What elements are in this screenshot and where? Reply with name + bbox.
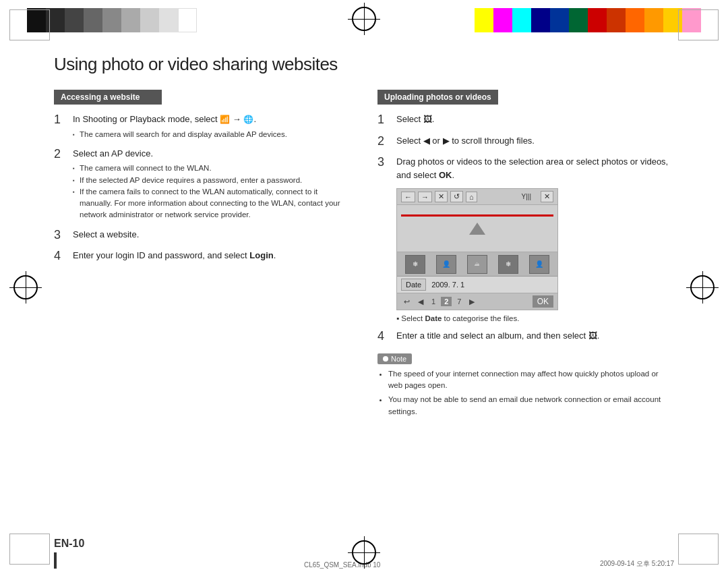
bottom-border-right — [678, 534, 719, 565]
right-step-3-num: 3 — [377, 155, 391, 181]
right-step-1-text: Select 🖼. — [396, 113, 674, 126]
step-2-bullet-3: If the camera fails to connect to the WL… — [73, 186, 351, 221]
ok-button[interactable]: OK — [533, 295, 553, 308]
camera-note: ▪ Select Date to categorise the files. — [396, 314, 674, 322]
color-bar-top — [0, 0, 728, 40]
right-step-1-num: 1 — [377, 113, 391, 127]
columns: Accessing a website 1 In Shooting or Pla… — [54, 90, 674, 420]
camera-ui: ← → ✕ ↺ ⌂ Y||| ✕ — [396, 188, 558, 310]
right-step-4-text: Enter a title and select an album, and t… — [396, 329, 674, 343]
date-button[interactable]: Date — [401, 279, 426, 291]
nav-7[interactable]: 7 — [454, 297, 464, 306]
step-1-num: 1 — [54, 113, 67, 140]
right-step-3: 3 Drag photos or videos to the selection… — [377, 155, 674, 181]
right-step-4: 4 Enter a title and select an album, and… — [377, 329, 674, 344]
page-number: EN-10 — [54, 538, 84, 550]
cam-x-btn[interactable]: ✕ — [541, 191, 553, 202]
step-1-text: In Shooting or Playback mode, select 📶 →… — [73, 113, 351, 126]
nav-back-btn[interactable]: ↩ — [401, 297, 413, 307]
cam-up-arrow — [469, 223, 485, 235]
note-list: The speed of your internet connection ma… — [377, 368, 674, 418]
cam-close-btn[interactable]: ✕ — [435, 191, 448, 202]
step-2-num: 2 — [54, 147, 67, 221]
upload-icon: 🖼 — [423, 114, 432, 124]
camera-date-row: Date 2009. 7. 1 — [397, 277, 557, 293]
nav-2-active[interactable]: 2 — [441, 297, 452, 306]
right-step-3-text: Drag photos or videos to the selection a… — [396, 155, 674, 181]
registration-mark-left — [13, 275, 38, 299]
step-3-text: Select a website. — [73, 228, 351, 241]
nav-right-btn[interactable]: ▶ — [466, 297, 477, 307]
step-2-bullet-1: The camera will connect to the WLAN. — [73, 163, 351, 174]
camera-ui-wrapper: ← → ✕ ↺ ⌂ Y||| ✕ — [396, 188, 674, 322]
camera-display — [397, 205, 557, 252]
right-step-3-content: Drag photos or videos to the selection a… — [396, 155, 674, 181]
top-border-left — [9, 9, 50, 40]
note-item-2: You may not be able to send an email due… — [388, 394, 674, 418]
camera-toolbar: ← → ✕ ↺ ⌂ Y||| ✕ — [397, 189, 557, 205]
left-section-header: Accessing a website — [54, 90, 162, 105]
thumb-5: 👤 — [529, 255, 549, 274]
step-1-bullet-1: The camera will search for and display a… — [73, 129, 351, 140]
cam-refresh-btn[interactable]: ↺ — [450, 191, 463, 202]
upload-icon-2: 🖼 — [588, 331, 597, 341]
nav-1[interactable]: 1 — [429, 297, 438, 306]
note-label: Note — [391, 355, 406, 363]
globe-icon: 🌐 — [243, 115, 253, 124]
note-dot-icon — [383, 356, 388, 362]
date-bold: Date — [425, 314, 442, 322]
right-step-1-content: Select 🖼. — [396, 113, 674, 127]
step-2-bullet-2: If the selected AP device requires a pas… — [73, 175, 351, 186]
page-marker-area: EN-10 — [54, 538, 84, 569]
col-left: Accessing a website 1 In Shooting or Pla… — [54, 90, 351, 420]
step-4-text: Enter your login ID and password, and se… — [73, 249, 351, 262]
date-info: 2009-09-14 오후 5:20:17 — [600, 559, 674, 569]
thumb-1: ❄ — [405, 255, 425, 274]
cam-signal: Y||| — [522, 193, 531, 200]
color-strip-right — [475, 8, 701, 32]
camera-nav-row: ↩ ◀ 1 2 7 ▶ OK — [397, 293, 557, 310]
page-bar — [54, 552, 57, 569]
bottom-border-left — [9, 534, 50, 565]
wifi-icon: 📶 — [220, 115, 230, 124]
step-3: 3 Select a website. — [54, 228, 351, 243]
step-4-num: 4 — [54, 249, 67, 264]
right-step-4-content: Enter a title and select an album, and t… — [396, 329, 674, 344]
step-4: 4 Enter your login ID and password, and … — [54, 249, 351, 264]
step-2-text: Select an AP device. — [73, 147, 351, 161]
ok-bold: OK — [439, 170, 452, 180]
thumb-4: ❄ — [498, 255, 518, 274]
login-bold: Login — [249, 250, 273, 260]
note-section: Note The speed of your internet connecti… — [377, 353, 674, 418]
right-step-2-text: Select ◀ or ▶ to scroll through files. — [396, 134, 674, 148]
thumb-2: 👤 — [436, 255, 456, 274]
step-3-num: 3 — [54, 228, 67, 243]
camera-thumbnails: ❄ 👤 ⛰ ❄ 👤 — [397, 252, 557, 277]
right-step-4-num: 4 — [377, 329, 391, 344]
registration-mark-bottom — [352, 540, 376, 565]
step-1-bullets: The camera will search for and display a… — [73, 129, 351, 140]
step-2-bullets: The camera will connect to the WLAN. If … — [73, 163, 351, 221]
right-section-header: Uploading photos or videos — [377, 90, 498, 105]
cam-back-btn[interactable]: ← — [401, 192, 415, 202]
step-1: 1 In Shooting or Playback mode, select 📶… — [54, 113, 351, 140]
step-2-content: Select an AP device. The camera will con… — [73, 147, 351, 221]
right-step-1: 1 Select 🖼. — [377, 113, 674, 127]
col-right: Uploading photos or videos 1 Select 🖼. 2… — [377, 90, 674, 420]
color-strip-left — [27, 8, 197, 32]
note-header: Note — [377, 353, 412, 364]
step-3-content: Select a website. — [73, 228, 351, 243]
cam-red-bar — [401, 214, 553, 217]
page-title: Using photo or video sharing websites — [54, 54, 674, 75]
nav-left-btn[interactable]: ◀ — [415, 297, 426, 307]
registration-mark-right — [690, 275, 715, 299]
registration-mark-top — [352, 7, 376, 31]
cam-home-btn[interactable]: ⌂ — [466, 192, 477, 202]
thumb-3: ⛰ — [467, 255, 487, 274]
right-step-2-num: 2 — [377, 134, 391, 149]
step-1-content: In Shooting or Playback mode, select 📶 →… — [73, 113, 351, 140]
step-4-content: Enter your login ID and password, and se… — [73, 249, 351, 264]
right-step-2: 2 Select ◀ or ▶ to scroll through files. — [377, 134, 674, 149]
main-content: Using photo or video sharing websites Ac… — [54, 54, 674, 540]
cam-forward-btn[interactable]: → — [418, 192, 432, 202]
